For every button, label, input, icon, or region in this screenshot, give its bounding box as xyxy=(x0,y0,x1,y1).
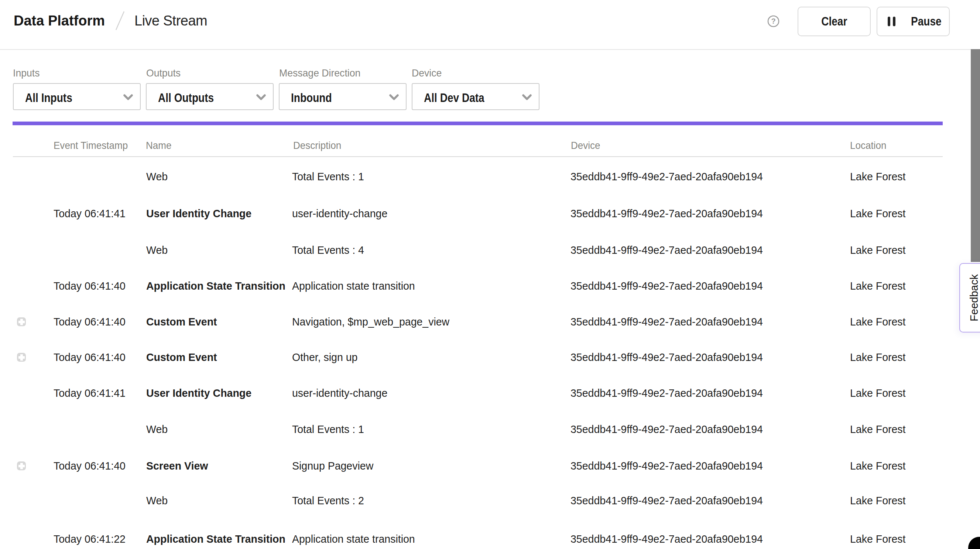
svg-text:?: ? xyxy=(771,17,775,25)
